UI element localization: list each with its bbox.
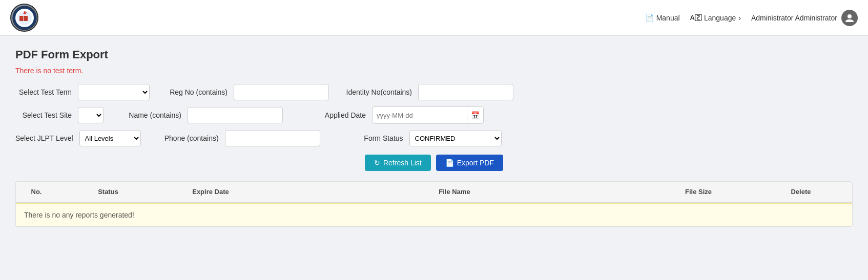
col-delete: Delete (750, 188, 852, 196)
phone-input[interactable] (225, 130, 320, 146)
button-row: ↻ Refresh List 📄 Export PDF (15, 155, 853, 171)
logo-area (10, 4, 38, 32)
user-name: Administrator Administrator (751, 14, 837, 22)
form-status-label: Form Status (337, 134, 403, 142)
avatar (841, 10, 858, 26)
refresh-label: Refresh List (383, 159, 422, 167)
refresh-button[interactable]: ↻ Refresh List (365, 155, 431, 171)
export-label: Export PDF (457, 159, 494, 167)
header: 📄 Manual A🇿 Language › Administrator Adm… (0, 0, 868, 36)
filter-section: Select Test Term Reg No (contains) Ident… (15, 84, 853, 146)
identity-no-label: Identity No(contains) (345, 88, 412, 96)
header-right: 📄 Manual A🇿 Language › Administrator Adm… (645, 10, 858, 26)
col-status: Status (57, 188, 159, 196)
language-button[interactable]: A🇿 Language › (690, 14, 741, 22)
table-header: No. Status Expire Date File Name File Si… (16, 182, 852, 203)
manual-label: Manual (656, 14, 680, 22)
svg-point-8 (848, 14, 852, 18)
test-site-label: Select Test Site (15, 111, 72, 119)
table-section: No. Status Expire Date File Name File Si… (15, 181, 853, 227)
calendar-icon-button[interactable]: 📅 (467, 107, 483, 123)
reg-no-input[interactable] (234, 84, 329, 100)
name-label: Name (contains) (120, 111, 181, 119)
name-input[interactable] (188, 107, 283, 123)
logo-icon (10, 4, 38, 32)
jlpt-level-select[interactable]: All Levels N1 N2 N3 N4 N5 (79, 130, 141, 146)
user-area: Administrator Administrator (751, 10, 858, 26)
refresh-icon: ↻ (374, 159, 380, 167)
page-title: PDF Form Export (15, 48, 853, 61)
applied-date-label: Applied Date (299, 111, 366, 119)
filter-row-3: Select JLPT Level All Levels N1 N2 N3 N4… (15, 130, 853, 146)
identity-no-input[interactable] (418, 84, 513, 100)
manual-button[interactable]: 📄 Manual (645, 14, 680, 22)
empty-message: There is no any reports generated! (16, 203, 852, 226)
filter-row-1: Select Test Term Reg No (contains) Ident… (15, 84, 853, 100)
test-site-select[interactable] (78, 107, 104, 123)
test-term-label: Select Test Term (15, 88, 72, 96)
chevron-right-icon: › (738, 14, 741, 22)
col-file-name: File Name (262, 188, 647, 196)
form-status-select[interactable]: CONFIRMED PENDING REJECTED ALL (409, 130, 502, 146)
reg-no-label: Reg No (contains) (166, 88, 228, 96)
language-label: Language (704, 14, 736, 22)
applied-date-input[interactable] (373, 107, 467, 123)
pdf-icon: 📄 (445, 159, 454, 167)
error-message: There is no test term. (15, 67, 853, 75)
test-term-select[interactable] (78, 84, 150, 100)
col-expire-date: Expire Date (159, 188, 262, 196)
svg-rect-3 (19, 16, 24, 21)
main-content: PDF Form Export There is no test term. S… (0, 36, 868, 280)
filter-row-2: Select Test Site Name (contains) Applied… (15, 106, 853, 124)
svg-rect-4 (24, 16, 28, 21)
jlpt-level-label: Select JLPT Level (15, 134, 73, 142)
phone-label: Phone (contains) (157, 134, 219, 142)
export-pdf-button[interactable]: 📄 Export PDF (436, 155, 503, 171)
col-no: No. (16, 188, 57, 196)
col-file-size: File Size (647, 188, 750, 196)
applied-date-wrapper: 📅 (372, 106, 484, 124)
manual-icon: 📄 (645, 14, 654, 22)
language-icon: A🇿 (690, 14, 701, 21)
